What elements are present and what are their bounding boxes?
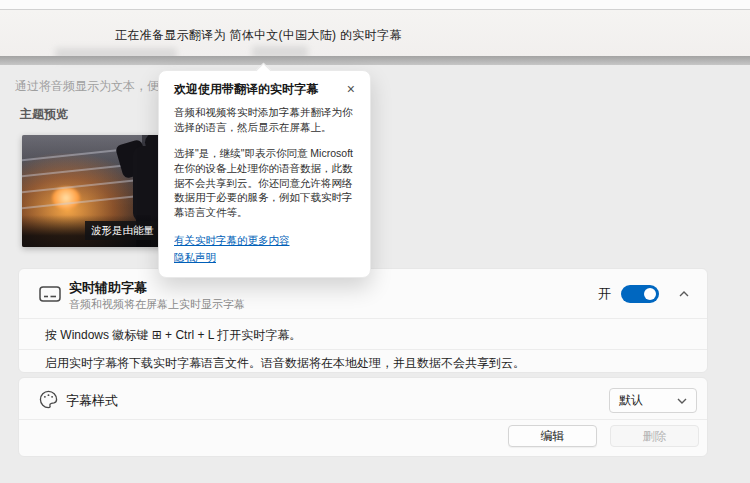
palette-icon xyxy=(39,390,58,413)
popup-intro-text: 音频和视频将实时添加字幕并翻译为你选择的语言，然后显示在屏幕上。 xyxy=(174,105,355,134)
live-captions-toggle[interactable] xyxy=(621,285,659,303)
chevron-down-icon xyxy=(677,398,687,404)
caption-style-card: 字幕样式 默认 编辑 删除 xyxy=(18,377,708,457)
row-separator xyxy=(19,318,707,319)
live-captions-bar: 正在准备显示翻译为 简体中文(中国大陆) 的实时字幕 xyxy=(0,10,750,56)
caption-style-dropdown[interactable]: 默认 xyxy=(609,388,697,413)
sun xyxy=(52,187,80,209)
live-captions-card: 实时辅助字幕 音频和视频将在屏幕上实时显示字幕 开 按 Windows 徽标键 … xyxy=(18,268,708,373)
shortcut-info-text: 按 Windows 徽标键 ⊞ + Ctrl + L 打开实时字幕。 xyxy=(45,327,301,344)
toggle-state-label: 开 xyxy=(598,285,611,303)
caption-status-text: 正在准备显示翻译为 简体中文(中国大陆) 的实时字幕 xyxy=(115,27,401,44)
preview-caption-text: 波形是由能量 xyxy=(85,221,160,240)
delete-style-button: 删除 xyxy=(610,425,699,447)
collapse-expander[interactable] xyxy=(673,283,695,305)
edit-style-button[interactable]: 编辑 xyxy=(508,425,597,447)
captions-window-bottom-edge xyxy=(0,56,750,65)
popup-consent-text: 选择"是，继续"即表示你同意 Microsoft 在你的设备上处理你的语音数据，… xyxy=(174,146,355,219)
privacy-statement-link[interactable]: 隐私声明 xyxy=(174,249,355,266)
live-captions-subtitle: 音频和视频将在屏幕上实时显示字幕 xyxy=(69,297,245,312)
captions-window-top-strip xyxy=(0,0,750,10)
settings-live-captions-screen: 正在准备显示翻译为 简体中文(中国大陆) 的实时字幕 通过将音频显示为文本，便你… xyxy=(0,0,750,483)
caption-style-title: 字幕样式 xyxy=(66,392,118,410)
local-processing-info-text: 启用实时字幕将下载实时字幕语言文件。语音数据将在本地处理，并且数据不会共享到云。 xyxy=(45,355,525,372)
welcome-popup: 欢迎使用带翻译的实时字幕 × 音频和视频将实时添加字幕并翻译为你选择的语言，然后… xyxy=(158,70,371,278)
row-separator xyxy=(19,419,707,420)
toggle-knob xyxy=(644,288,656,300)
dropdown-selected-value: 默认 xyxy=(619,392,643,409)
close-icon[interactable]: × xyxy=(343,80,359,98)
live-captions-title: 实时辅助字幕 xyxy=(69,279,147,297)
theme-preview-label: 主题预览 xyxy=(20,106,68,123)
chevron-up-icon xyxy=(679,291,689,297)
row-separator xyxy=(19,349,707,350)
learn-more-link[interactable]: 有关实时字幕的更多内容 xyxy=(174,232,355,249)
popup-title: 欢迎使用带翻译的实时字幕 xyxy=(174,81,318,97)
captions-icon xyxy=(39,286,61,306)
popup-callout-arrow xyxy=(256,63,272,79)
